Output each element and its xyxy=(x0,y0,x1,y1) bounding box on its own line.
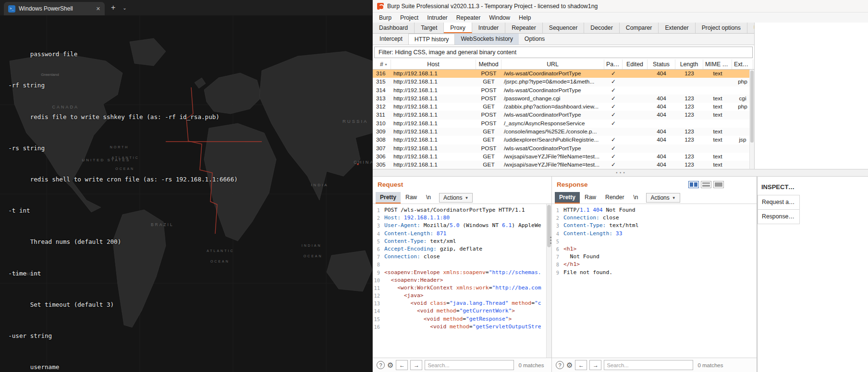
editor-line: 7 Not Found xyxy=(552,253,757,261)
proxy-sub-tab[interactable]: Intercept xyxy=(374,34,408,45)
column-header[interactable]: Status xyxy=(648,60,675,69)
line-number: 12 xyxy=(373,292,384,300)
column-header[interactable]: Method xyxy=(476,60,501,69)
main-tab[interactable]: Extender xyxy=(659,23,695,33)
http-history-row[interactable]: 306 http://192.168.1.1 GET /wxjsapi/save… xyxy=(373,153,754,161)
menu-item[interactable]: Intruder xyxy=(423,13,452,22)
proxy-sub-tab[interactable]: Options xyxy=(519,34,550,45)
http-history-row[interactable]: 313 http://192.168.1.1 POST /password_ch… xyxy=(373,95,754,103)
http-history-row[interactable]: 309 http://192.168.1.1 GET /console/imag… xyxy=(373,128,754,136)
main-tab[interactable]: Sequencer xyxy=(543,23,584,33)
terminal-line: password file xyxy=(1,50,347,58)
editor-view-tab[interactable]: Pretty xyxy=(555,192,580,204)
line-code: <void method="getServletOutputStre xyxy=(384,323,541,331)
next-match-button[interactable]: → xyxy=(589,360,601,370)
editor-view-tab[interactable]: Render xyxy=(601,192,628,204)
request-panel: Request Pretty Raw \n Actions ▼ xyxy=(373,177,552,372)
prev-match-button[interactable]: ← xyxy=(575,360,587,370)
gear-icon[interactable]: ⚙ xyxy=(566,361,573,369)
http-history-row[interactable]: 314 http://192.168.1.1 POST /wls-wsat/Co… xyxy=(373,86,754,95)
inspector-title: INSPECTOR xyxy=(758,177,799,195)
burp-menubar: Burp Project Intruder Repeater Window He… xyxy=(373,12,868,23)
http-history-row[interactable]: 308 http://192.168.1.1 GET /uddiexplorer… xyxy=(373,136,754,144)
gear-icon[interactable]: ⚙ xyxy=(387,361,393,369)
help-icon[interactable]: ? xyxy=(377,361,385,369)
proxy-sub-tab[interactable]: HTTP history xyxy=(408,34,455,45)
http-history-row[interactable]: 315 http://192.168.1.1 GET /jsrpc.php?ty… xyxy=(373,78,754,86)
editor-view-tab[interactable]: \n xyxy=(422,192,435,204)
column-header[interactable]: Host xyxy=(391,60,476,69)
cell-status xyxy=(648,144,675,153)
prev-match-button[interactable]: ← xyxy=(396,360,408,370)
help-icon[interactable]: ? xyxy=(556,361,564,369)
terminal-tab[interactable]: >_ Windows PowerShell ✕ xyxy=(4,2,105,15)
table-scrollbar[interactable] xyxy=(749,70,754,169)
tab-dropdown-icon[interactable]: ⌄ xyxy=(122,5,126,11)
response-editor[interactable]: 1 HTTP/1.1 404 Not Found 2 Connection: c… xyxy=(552,204,757,358)
splitter-grip-icon[interactable] xyxy=(373,169,868,177)
editor-view-tab[interactable]: Raw xyxy=(401,192,421,204)
next-match-button[interactable]: → xyxy=(410,360,422,370)
line-code: <h1> xyxy=(563,245,576,253)
column-header[interactable]: Edited xyxy=(623,60,648,69)
column-header[interactable]: Extension xyxy=(732,60,753,69)
http-history-row[interactable]: 312 http://192.168.1.1 GET /zabbix.php?a… xyxy=(373,103,754,111)
response-actions-button[interactable]: Actions ▼ xyxy=(646,193,680,203)
cell-status: 404 xyxy=(648,103,675,111)
column-header[interactable]: # xyxy=(373,60,391,69)
menu-item[interactable]: Window xyxy=(485,13,514,22)
request-scrollbar[interactable] xyxy=(546,204,551,358)
layout-rows-button[interactable] xyxy=(701,181,711,188)
main-tab[interactable]: Decoder xyxy=(584,23,619,33)
http-history-row[interactable]: 316 http://192.168.1.1 POST /wls-wsat/Co… xyxy=(373,70,754,78)
main-tab[interactable]: Repeater xyxy=(505,23,543,33)
main-tab[interactable]: Proxy xyxy=(444,23,472,33)
actions-label: Actions xyxy=(650,194,669,201)
column-header[interactable]: Length xyxy=(675,60,703,69)
close-tab-icon[interactable]: ✕ xyxy=(96,6,100,12)
request-tab-group: Pretty Raw \n xyxy=(376,192,435,204)
cell-params-check: ✓ xyxy=(604,144,623,153)
cell-status: 404 xyxy=(648,161,675,169)
line-code: <void class="java.lang.Thread" method="c xyxy=(384,300,541,307)
menu-item[interactable]: Repeater xyxy=(452,13,485,22)
http-history-row[interactable]: 307 http://192.168.1.1 POST /wls-wsat/Co… xyxy=(373,144,754,153)
main-tab[interactable]: User options xyxy=(747,23,754,33)
request-editor[interactable]: 1 POST /wls-wsat/CoordinatorPortType HTT… xyxy=(373,204,551,358)
main-tab[interactable]: Target xyxy=(415,23,444,33)
http-history-row[interactable]: 311 http://192.168.1.1 POST /wls-wsat/Co… xyxy=(373,111,754,119)
cell-status xyxy=(648,78,675,86)
editor-view-tab[interactable]: Pretty xyxy=(376,192,401,204)
proxy-sub-tab[interactable]: WebSockets history xyxy=(455,34,518,45)
table-scrollbar-thumb[interactable] xyxy=(750,71,754,143)
editor-view-tab[interactable]: \n xyxy=(629,192,642,204)
menu-item[interactable]: Project xyxy=(396,13,423,22)
terminal-body[interactable]: Greenland CANADA UNITED STATES NORTH ATL… xyxy=(0,15,372,372)
main-tab[interactable]: Dashboard xyxy=(373,23,415,33)
request-actions-button[interactable]: Actions ▼ xyxy=(439,193,473,203)
layout-single-button[interactable] xyxy=(713,181,724,188)
terminal-titlebar: >_ Windows PowerShell ✕ + ⌄ xyxy=(0,0,372,15)
http-history-row[interactable]: 310 http://192.168.1.1 POST /_async/Asyn… xyxy=(373,120,754,128)
menu-item[interactable]: Help xyxy=(514,13,535,22)
burp-proxy-area: Dashboard Target Proxy Intruder Repeater… xyxy=(373,23,754,169)
cell-method: GET xyxy=(476,136,501,144)
response-search-input[interactable] xyxy=(604,360,693,370)
http-history-row[interactable]: 305 http://192.168.1.1 GET /wxjsapi/save… xyxy=(373,161,754,169)
column-header[interactable]: URL xyxy=(501,60,604,69)
menu-item[interactable]: Burp xyxy=(375,13,396,22)
inspector-section[interactable]: Request attributes xyxy=(758,195,800,210)
column-header[interactable]: MIME type xyxy=(703,60,732,69)
request-search-input[interactable] xyxy=(425,360,514,370)
editor-view-tab[interactable]: Raw xyxy=(580,192,600,204)
main-tab[interactable]: Intruder xyxy=(472,23,505,33)
terminal-line: username xyxy=(1,363,347,371)
history-filter-bar[interactable]: Filter: Hiding CSS, image and general bi… xyxy=(374,47,753,58)
inspector-section[interactable]: Response attributes xyxy=(758,209,800,224)
layout-columns-button[interactable] xyxy=(688,181,699,188)
main-tab[interactable]: Comparer xyxy=(620,23,659,33)
column-header[interactable]: Params xyxy=(604,60,623,69)
new-tab-button[interactable]: + xyxy=(111,3,115,12)
main-tab[interactable]: Project options xyxy=(696,23,747,33)
cell-params-check: ✓ xyxy=(604,161,623,169)
